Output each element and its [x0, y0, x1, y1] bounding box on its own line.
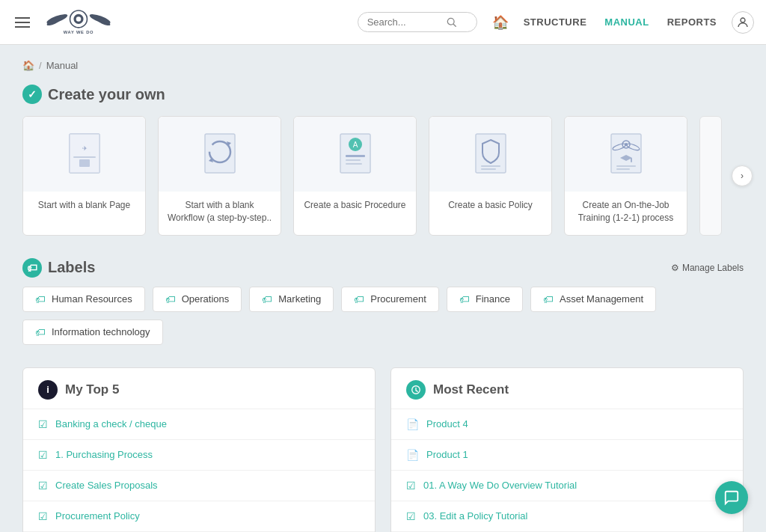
- app-header: WAY WE DO 🏠 STRUCTURE MANUAL REPORTS: [0, 0, 766, 45]
- top5-item-1[interactable]: ☑ 1. Purchasing Process: [23, 439, 375, 470]
- svg-rect-27: [481, 168, 496, 170]
- doc-icon: 📄: [406, 449, 419, 461]
- recent-item-3[interactable]: ☑ 03. Edit a Policy Tutorial: [391, 501, 743, 531]
- search-input[interactable]: [367, 16, 442, 28]
- header-right: 🏠 STRUCTURE MANUAL REPORTS: [358, 11, 754, 34]
- label-it[interactable]: 🏷 Information technology: [22, 319, 163, 345]
- header-left: WAY WE DO: [12, 5, 112, 39]
- home-nav-button[interactable]: 🏠: [492, 14, 509, 31]
- top5-item-2[interactable]: ☑ Create Sales Proposals: [23, 470, 375, 501]
- card-blank-page-img: ✈: [23, 117, 145, 192]
- labels-header: 🏷 Labels ⚙ Manage Labels: [22, 258, 744, 278]
- nav-manual[interactable]: MANUAL: [604, 16, 649, 28]
- top5-item-3-label: Procurement Policy: [55, 510, 140, 522]
- check-icon: ☑: [38, 449, 48, 461]
- card-blank-page-label: Start with a blank Page: [31, 192, 138, 222]
- breadcrumb-home[interactable]: 🏠: [22, 60, 34, 71]
- check-icon: ☑: [406, 510, 416, 522]
- svg-line-9: [453, 24, 456, 26]
- check-icon: ☑: [406, 480, 416, 492]
- carousel-next-button[interactable]: ›: [732, 165, 753, 186]
- create-title-text: Create your own: [48, 86, 165, 103]
- card-basic-procedure-label: Create a basic Procedure: [296, 192, 413, 222]
- label-procurement[interactable]: 🏷 Procurement: [341, 287, 438, 312]
- doc-icon: 📄: [406, 418, 419, 430]
- svg-point-6: [76, 16, 82, 22]
- check-icon: ☑: [38, 510, 48, 522]
- chat-button[interactable]: [715, 481, 748, 514]
- card-basic-procedure[interactable]: A Create a basic Procedure: [293, 116, 417, 236]
- card-basic-policy-img: [429, 117, 551, 192]
- cards-container: ✈ Start with a blank Page: [22, 116, 744, 236]
- label-tag-icon: 🏷: [35, 293, 46, 305]
- card-basic-policy[interactable]: Create a basic Policy: [429, 116, 552, 236]
- svg-text:WAY WE DO: WAY WE DO: [64, 30, 94, 34]
- label-procurement-text: Procurement: [370, 293, 426, 305]
- recent-item-1-label: Product 1: [426, 449, 468, 460]
- label-tag-icon: 🏷: [262, 293, 272, 305]
- label-tag-icon: 🏷: [459, 293, 470, 305]
- top5-item-1-label: 1. Purchasing Process: [55, 449, 153, 460]
- svg-rect-24: [346, 163, 362, 165]
- labels-title-text: Labels: [48, 259, 95, 276]
- label-marketing[interactable]: 🏷 Marketing: [249, 287, 334, 312]
- top5-icon: i: [38, 380, 58, 400]
- label-operations[interactable]: 🏷 Operations: [153, 287, 242, 312]
- hamburger-menu[interactable]: [12, 14, 33, 31]
- card-blank-workflow-label: Start with a blank Workflow (a step-by-s…: [159, 192, 281, 235]
- labels-icon: 🏷: [22, 258, 42, 278]
- create-section-title: ✓ Create your own: [22, 85, 744, 104]
- card-blank-workflow-img: [159, 117, 281, 192]
- label-hr-text: Human Resources: [52, 293, 132, 305]
- user-profile-button[interactable]: [732, 11, 754, 34]
- recent-item-3-label: 03. Edit a Policy Tutorial: [423, 510, 527, 522]
- recent-list: 📄 Product 4 📄 Product 1 ☑ 01. A Way We D…: [391, 409, 743, 532]
- card-ojt-process-label: Create an On-the-Job Training (1-2-1) pr…: [565, 192, 687, 235]
- label-tag-icon: 🏷: [354, 293, 364, 305]
- manage-labels-button[interactable]: ⚙ Manage Labels: [671, 263, 744, 273]
- svg-rect-26: [481, 165, 500, 167]
- top5-list: ☑ Banking a check / cheque ☑ 1. Purchasi…: [23, 409, 375, 532]
- top5-panel: i My Top 5 ☑ Banking a check / cheque ☑ …: [22, 367, 376, 532]
- label-asset-mgmt[interactable]: 🏷 Asset Management: [530, 287, 656, 312]
- svg-text:✈: ✈: [82, 145, 87, 152]
- svg-rect-36: [616, 168, 630, 170]
- top5-item-2-label: Create Sales Proposals: [55, 480, 158, 491]
- nav-reports[interactable]: REPORTS: [667, 16, 717, 28]
- card-ojt-process-img: [565, 117, 687, 192]
- card-ojt-process[interactable]: Create an On-the-Job Training (1-2-1) pr…: [564, 116, 687, 236]
- recent-item-2-label: 01. A Way We Do Overview Tutorial: [423, 480, 577, 491]
- logo: WAY WE DO: [45, 5, 112, 39]
- recent-header: Most Recent: [391, 368, 743, 409]
- labels-grid: 🏷 Human Resources 🏷 Operations 🏷 Marketi…: [22, 287, 744, 345]
- top5-item-0-label: Banking a check / cheque: [55, 418, 167, 429]
- breadcrumb-current: Manual: [46, 60, 79, 71]
- breadcrumb-separator: /: [39, 60, 42, 71]
- card-blank-workflow[interactable]: Start with a blank Workflow (a step-by-s…: [158, 116, 281, 236]
- top5-item-3[interactable]: ☑ Procurement Policy: [23, 501, 375, 531]
- gear-icon: ⚙: [671, 263, 679, 273]
- svg-rect-23: [346, 159, 361, 161]
- label-hr[interactable]: 🏷 Human Resources: [22, 287, 145, 312]
- recent-item-1[interactable]: 📄 Product 1: [391, 439, 743, 470]
- top5-item-0[interactable]: ☑ Banking a check / cheque: [23, 409, 375, 439]
- card-basic-procedure-img: A: [294, 117, 416, 192]
- breadcrumb: 🏠 / Manual: [22, 60, 744, 71]
- nav-structure[interactable]: STRUCTURE: [524, 16, 587, 28]
- label-finance-text: Finance: [476, 293, 510, 305]
- svg-rect-35: [616, 165, 636, 167]
- search-box[interactable]: [358, 12, 477, 32]
- card-blank-page[interactable]: ✈ Start with a blank Page: [22, 116, 146, 236]
- label-marketing-text: Marketing: [278, 293, 321, 305]
- recent-item-2[interactable]: ☑ 01. A Way We Do Overview Tutorial: [391, 470, 743, 501]
- recent-icon: [406, 380, 426, 400]
- label-tag-icon: 🏷: [543, 293, 554, 305]
- recent-item-0[interactable]: 📄 Product 4: [391, 409, 743, 439]
- nav-links: STRUCTURE MANUAL REPORTS: [524, 16, 717, 28]
- svg-rect-28: [611, 134, 641, 173]
- bottom-row: i My Top 5 ☑ Banking a check / cheque ☑ …: [22, 367, 744, 532]
- card-partial: [699, 116, 722, 236]
- label-finance[interactable]: 🏷 Finance: [447, 287, 523, 312]
- top5-title: My Top 5: [65, 382, 119, 397]
- search-icon: [447, 17, 457, 28]
